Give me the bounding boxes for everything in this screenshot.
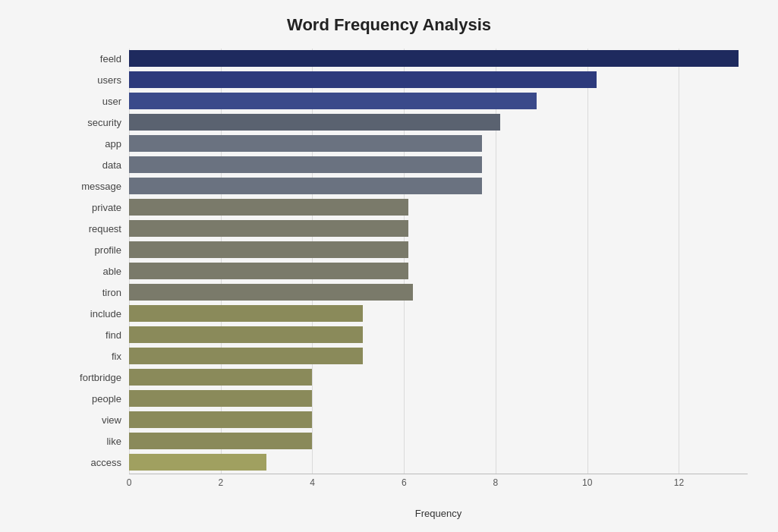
bar-fill xyxy=(129,263,408,279)
bar-label: like xyxy=(68,436,129,447)
x-tick-label: 8 xyxy=(493,477,499,488)
bar-track xyxy=(129,369,748,386)
x-tick-label: 12 xyxy=(674,477,684,488)
bar-fill xyxy=(129,454,266,471)
bar-track xyxy=(129,305,748,322)
bar-row: include xyxy=(68,304,748,323)
bar-row: find xyxy=(68,325,748,345)
bar-row: user xyxy=(68,91,748,111)
bar-label: request xyxy=(68,223,129,235)
x-axis-label: Frequency xyxy=(129,508,748,519)
bar-row: view xyxy=(68,410,748,430)
bar-label: include xyxy=(68,308,129,320)
bar-fill xyxy=(129,369,312,386)
bar-row: message xyxy=(68,176,748,196)
bar-track xyxy=(129,263,748,279)
bar-track xyxy=(129,390,748,407)
bar-label: users xyxy=(68,74,129,86)
bar-label: tiron xyxy=(68,287,129,298)
x-tick-label: 4 xyxy=(310,477,315,488)
chart-body: feeldusersusersecurityappdatamessagepriv… xyxy=(68,49,748,490)
rows-and-grid: feeldusersusersecurityappdatamessagepriv… xyxy=(68,49,748,474)
bar-fill xyxy=(129,220,408,237)
bar-row: like xyxy=(68,431,748,451)
bar-fill xyxy=(129,50,739,67)
bar-fill xyxy=(129,326,363,343)
bar-track xyxy=(129,135,748,152)
all-bars: feeldusersusersecurityappdatamessagepriv… xyxy=(68,49,748,474)
bar-label: message xyxy=(68,181,129,192)
bar-fill xyxy=(129,156,482,173)
bar-track xyxy=(129,199,748,216)
bar-track xyxy=(129,433,748,449)
bar-label: fortbridge xyxy=(68,372,129,383)
bar-row: profile xyxy=(68,240,748,260)
bar-row: tiron xyxy=(68,282,748,302)
bar-row: able xyxy=(68,261,748,281)
bar-track xyxy=(129,241,748,258)
bar-row: security xyxy=(68,112,748,132)
bar-track xyxy=(129,114,748,131)
bar-fill xyxy=(129,178,482,194)
bar-row: fortbridge xyxy=(68,367,748,387)
bar-track xyxy=(129,220,748,237)
x-tick-label: 0 xyxy=(127,477,132,488)
bar-fill xyxy=(129,93,537,109)
chart-title: Word Frequency Analysis xyxy=(30,15,748,35)
bar-track xyxy=(129,93,748,109)
x-axis: 024681012 Frequency xyxy=(129,474,748,519)
bar-fill xyxy=(129,241,408,258)
bar-track xyxy=(129,156,748,173)
bar-fill xyxy=(129,114,500,131)
bar-label: data xyxy=(68,159,129,171)
bar-label: able xyxy=(68,266,129,277)
bar-fill xyxy=(129,433,312,449)
bar-row: access xyxy=(68,452,748,472)
bar-track xyxy=(129,326,748,343)
bar-label: private xyxy=(68,202,129,213)
x-tick-label: 10 xyxy=(582,477,592,488)
bar-label: user xyxy=(68,96,129,107)
bar-fill xyxy=(129,348,363,364)
bar-fill xyxy=(129,305,363,322)
bar-track xyxy=(129,284,748,301)
bar-fill xyxy=(129,71,597,88)
bar-fill xyxy=(129,199,408,216)
bar-label: find xyxy=(68,329,129,341)
x-tick-label: 2 xyxy=(218,477,223,488)
bar-track xyxy=(129,411,748,428)
bar-track xyxy=(129,348,748,364)
chart-container: Word Frequency Analysis feeldusersuserse… xyxy=(0,0,778,532)
bar-row: private xyxy=(68,197,748,217)
bar-fill xyxy=(129,135,482,152)
bar-label: security xyxy=(68,117,129,128)
bar-row: people xyxy=(68,389,748,408)
bar-label: profile xyxy=(68,244,129,256)
bar-label: access xyxy=(68,457,129,468)
bar-row: users xyxy=(68,70,748,90)
bar-row: fix xyxy=(68,346,748,366)
bar-label: view xyxy=(68,414,129,426)
bar-track xyxy=(129,454,748,471)
bar-row: data xyxy=(68,155,748,175)
x-tick-label: 6 xyxy=(402,477,407,488)
bar-track xyxy=(129,71,748,88)
bar-fill xyxy=(129,390,312,407)
bar-label: feeld xyxy=(68,53,129,65)
bar-fill xyxy=(129,284,413,301)
bar-label: people xyxy=(68,393,129,405)
bar-label: app xyxy=(68,138,129,150)
bar-label: fix xyxy=(68,351,129,362)
bar-track xyxy=(129,50,748,67)
bar-row: feeld xyxy=(68,49,748,68)
bar-track xyxy=(129,178,748,194)
bar-row: app xyxy=(68,134,748,153)
bar-row: request xyxy=(68,219,748,238)
bar-fill xyxy=(129,411,312,428)
